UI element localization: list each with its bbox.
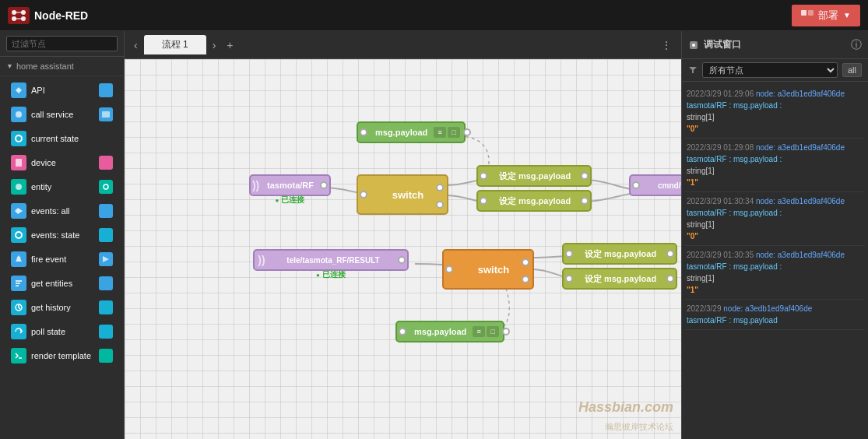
debug-filter: 所有节点 all (682, 59, 868, 82)
msg-topic: tasmota/RF : msg.payload : (687, 155, 782, 163)
debug-icon (688, 40, 699, 51)
sidebar-item-events-state[interactable]: events: state (5, 224, 119, 246)
node-tele-tasmota[interactable]: )) tele/tasmota_RF/RESULT 已连接 (253, 249, 409, 271)
msg-type: string[1] (687, 113, 715, 121)
port-right-top (436, 184, 444, 191)
events-all-icon (11, 203, 26, 219)
events-state-icon (11, 227, 26, 243)
sidebar-item-call-service[interactable]: call service (5, 104, 119, 125)
sidebar-item-render-template-label: render template (31, 351, 94, 360)
debug-message-4: 2022/3/29 01:30:35 node: a3edb1ed9af406d… (685, 246, 865, 300)
sidebar-group-home-assistant[interactable]: ▼ home assistant (0, 57, 124, 76)
debug-message-1: 2022/3/29 01:29:06 node: a3edb1ed9af406d… (685, 85, 865, 139)
msg-topic: tasmota/RF : msg.payload : (687, 101, 782, 110)
debug-messages[interactable]: 2022/3/29 01:29:06 node: a3edb1ed9af406d… (682, 82, 868, 439)
msg-topic: tasmota/RF : msg.payload : (687, 209, 782, 217)
tab-flow1[interactable]: 流程 1 (144, 35, 206, 54)
poll-state-badge (99, 325, 113, 339)
sidebar-item-poll-state[interactable]: poll state (5, 321, 119, 342)
api-badge (99, 83, 113, 97)
debug-panel: 调试窗口 ⓘ 所有节点 all 2022/3/29 01:29:06 node:… (681, 31, 868, 439)
get-history-icon (11, 300, 26, 315)
node-msg-payload-1[interactable]: msg.payload ≡ □ (357, 121, 466, 143)
svg-point-13 (16, 184, 22, 190)
chevron-down-icon: ▼ (6, 62, 13, 70)
get-history-badge (99, 300, 113, 314)
port-right (666, 250, 674, 258)
nodered-logo-icon (8, 7, 30, 24)
node-tasmota-rf[interactable]: )) tasmota/RF 已连接 (249, 174, 331, 196)
port-left (565, 275, 573, 283)
sidebar-item-device[interactable]: device (5, 152, 119, 174)
node-icon-stop: □ (448, 127, 460, 138)
debug-message-2: 2022/3/29 01:29:08 node: a3edb1ed9af406d… (685, 139, 865, 192)
svg-point-14 (104, 184, 108, 189)
tab-next-button[interactable]: › (208, 36, 221, 54)
node-icon-list2: ≡ (473, 326, 485, 337)
debug-filter-select[interactable]: 所有节点 (702, 62, 838, 78)
watermark: Hassbian.com (578, 399, 673, 416)
port-left (480, 172, 487, 180)
debug-all-button[interactable]: all (842, 63, 862, 77)
port-right (463, 128, 471, 136)
sidebar-item-get-history[interactable]: get history (5, 297, 119, 318)
port-left (565, 250, 573, 258)
node-set-payload-2a[interactable]: 设定 msg.payload (562, 243, 677, 265)
tasmota-rf-wave-icon: )) (251, 176, 261, 195)
get-entities-badge (99, 276, 113, 290)
node-icon-list: ≡ (434, 127, 446, 138)
fire-event-icon (11, 251, 26, 267)
sidebar-items: API call service current state (0, 76, 124, 439)
svg-rect-7 (801, 10, 807, 16)
sidebar-item-events-all[interactable]: events: all (5, 200, 119, 222)
sidebar-item-entity[interactable]: entity (5, 176, 119, 198)
msg-value: "0" (687, 232, 698, 241)
msg-value: "1" (687, 286, 698, 294)
svg-rect-10 (102, 111, 110, 118)
svg-point-9 (16, 111, 22, 118)
port-right (502, 328, 510, 335)
sidebar-item-current-state-label: current state (31, 134, 113, 143)
sidebar-item-events-all-label: events: all (31, 206, 94, 216)
node-cmnd-tasmota[interactable]: cmnd/tasmota_RF/RFsend 已连接 (629, 174, 681, 196)
tab-overflow-button[interactable]: ⋮ (656, 36, 676, 54)
node-set-payload-2b[interactable]: 设定 msg.payload (562, 268, 677, 290)
svg-point-19 (692, 44, 695, 47)
sidebar-item-fire-event[interactable]: fire event (5, 248, 119, 270)
node-msg-payload-2[interactable]: msg.payload ≡ □ (395, 321, 504, 342)
sidebar-item-current-state[interactable]: current state (5, 128, 119, 149)
sidebar-item-get-entities[interactable]: get entities (5, 272, 119, 294)
logo: Node-RED (8, 7, 88, 24)
msg-value: "1" (687, 178, 698, 187)
get-entities-icon (11, 276, 26, 291)
flow-canvas[interactable]: msg.payload ≡ □ )) tasmota/RF 已连接 switch (125, 59, 681, 439)
canvas-area: ‹ 流程 1 › + ⋮ (125, 31, 681, 439)
debug-message-5: 2022/3/29 node: a3edb1ed9af406de tasmota… (685, 300, 865, 330)
node-switch-2[interactable]: switch (442, 249, 534, 290)
sidebar-item-device-label: device (31, 158, 94, 167)
debug-title: 调试窗口 (704, 38, 846, 51)
msg-type: string[1] (687, 167, 715, 175)
node-label: switch (455, 264, 532, 276)
port-right (581, 197, 589, 205)
svg-point-15 (16, 232, 22, 238)
current-state-icon (11, 131, 26, 146)
render-template-badge (99, 349, 113, 363)
api-icon (11, 83, 26, 98)
tab-add-button[interactable]: + (222, 36, 237, 54)
msg-time: 2022/3/29 01:30:34 (687, 197, 754, 205)
deploy-button[interactable]: 部署 ▼ (792, 5, 860, 26)
msg-value: "0" (687, 125, 698, 133)
sidebar-item-render-template[interactable]: render template (5, 345, 119, 367)
msg-type: string[1] (687, 274, 715, 283)
debug-header: 调试窗口 ⓘ (682, 31, 868, 59)
node-switch-1[interactable]: switch (357, 174, 448, 215)
sidebar-item-api[interactable]: API (5, 79, 119, 101)
node-set-payload-1a[interactable]: 设定 msg.payload (476, 165, 592, 187)
msg-type: string[1] (687, 220, 715, 229)
tab-prev-button[interactable]: ‹ (129, 36, 142, 54)
debug-info-button[interactable]: ⓘ (851, 38, 862, 52)
filter-input[interactable] (6, 36, 118, 51)
node-set-payload-1b[interactable]: 设定 msg.payload (476, 190, 592, 212)
msg-node: node: a3edb1ed9af406de (723, 304, 812, 313)
